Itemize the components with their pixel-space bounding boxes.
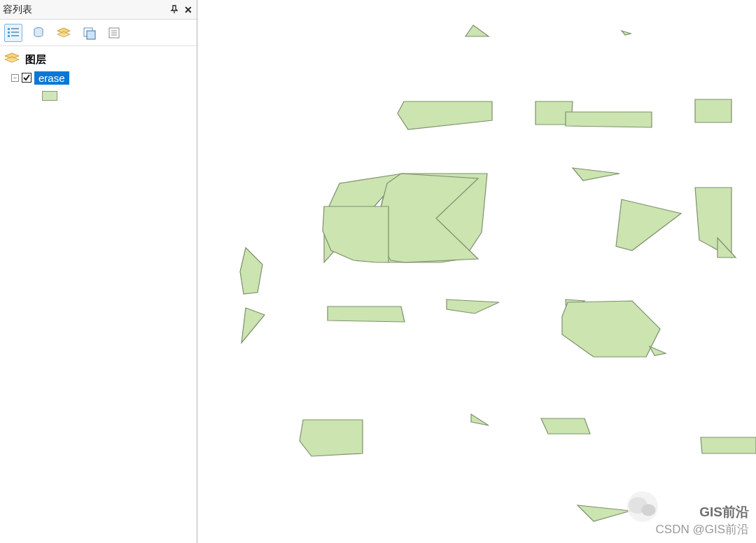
- svg-rect-5: [11, 35, 19, 36]
- svg-marker-38: [300, 420, 363, 456]
- svg-marker-8: [57, 31, 70, 37]
- svg-marker-36: [650, 346, 666, 355]
- map-canvas: [198, 0, 756, 543]
- layer-visibility-checkbox[interactable]: [22, 73, 31, 83]
- layers-icon: [4, 52, 20, 67]
- svg-marker-22: [695, 99, 732, 122]
- svg-marker-29: [616, 199, 681, 251]
- svg-point-43: [641, 505, 655, 516]
- svg-marker-32: [328, 306, 405, 322]
- svg-marker-18: [622, 31, 631, 35]
- toc-toolbar: [0, 20, 197, 46]
- wechat-bubble-icon: [627, 491, 658, 522]
- panel-header: 容列表 ✕: [0, 0, 197, 20]
- list-by-selection-button[interactable]: [80, 24, 98, 42]
- svg-marker-23: [573, 168, 620, 181]
- svg-marker-41: [578, 505, 631, 521]
- svg-rect-1: [11, 28, 19, 29]
- list-by-visibility-button[interactable]: [55, 24, 73, 42]
- options-icon: [107, 26, 121, 40]
- options-button[interactable]: [105, 24, 123, 42]
- svg-rect-3: [11, 31, 19, 33]
- list-by-drawing-order-button[interactable]: [4, 24, 22, 42]
- close-icon[interactable]: ✕: [184, 4, 192, 15]
- svg-rect-0: [8, 28, 10, 30]
- database-icon: [31, 26, 46, 40]
- panel-title: 容列表: [3, 3, 32, 16]
- pin-icon[interactable]: [170, 4, 178, 15]
- layer-tree: 图层 − erase: [0, 46, 197, 109]
- tree-root-row[interactable]: 图层: [4, 52, 192, 67]
- expand-collapse-toggle[interactable]: −: [11, 74, 19, 82]
- svg-marker-27: [240, 248, 262, 294]
- tree-layer-row[interactable]: − erase: [4, 70, 192, 85]
- svg-rect-4: [8, 35, 10, 37]
- svg-marker-39: [541, 418, 590, 434]
- layer-symbol-swatch[interactable]: [42, 91, 57, 101]
- tree-root-label: 图层: [25, 53, 46, 66]
- svg-marker-16: [5, 57, 19, 62]
- svg-marker-26: [323, 206, 388, 262]
- map-view[interactable]: GIS前沿 CSDN @GIS前沿: [198, 0, 756, 543]
- table-of-contents-panel: 容列表 ✕: [0, 0, 197, 543]
- svg-rect-2: [8, 31, 10, 34]
- svg-marker-37: [471, 414, 489, 425]
- svg-marker-33: [447, 299, 499, 313]
- svg-marker-19: [398, 101, 492, 129]
- list-by-drawing-order-icon: [6, 26, 20, 40]
- svg-rect-10: [87, 31, 95, 39]
- selection-icon: [82, 26, 96, 40]
- tree-symbology-row: [4, 88, 192, 104]
- list-by-source-button[interactable]: [29, 24, 48, 42]
- svg-marker-17: [465, 25, 489, 36]
- svg-marker-35: [562, 301, 660, 357]
- svg-marker-40: [701, 437, 756, 453]
- svg-marker-21: [566, 112, 652, 127]
- layer-name-label[interactable]: erase: [34, 71, 69, 85]
- panel-window-controls: ✕: [170, 4, 192, 15]
- layers-stack-icon: [56, 26, 71, 40]
- svg-marker-31: [241, 308, 265, 343]
